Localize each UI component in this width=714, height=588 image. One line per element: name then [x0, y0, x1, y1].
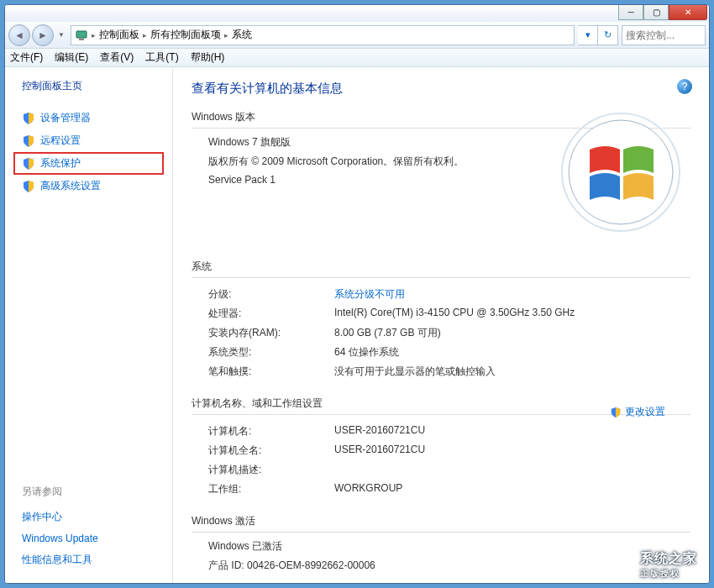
refresh-button[interactable]: ↻	[598, 25, 618, 45]
section-header: Windows 激活	[192, 514, 690, 533]
sidebar-item-device-manager[interactable]: 设备管理器	[13, 107, 164, 129]
menubar: 文件(F) 编辑(E) 查看(V) 工具(T) 帮助(H)	[5, 49, 709, 67]
rating-label: 分级:	[208, 287, 334, 302]
breadcrumb-item[interactable]: 所有控制面板项	[147, 28, 224, 42]
breadcrumb-item[interactable]: 控制面板	[96, 28, 143, 42]
cfullname-value: USER-20160721CU	[334, 444, 690, 458]
rating-value[interactable]: 系统分级不可用	[334, 287, 690, 302]
ram-value: 8.00 GB (7.87 GB 可用)	[334, 326, 690, 340]
shield-icon	[22, 112, 35, 125]
body: 控制面板主页 设备管理器 远程设置 系统保护 高级系统设置 另请参阅 操作中心 …	[5, 67, 709, 583]
product-id: 产品 ID: 00426-OEM-8992662-00006	[192, 559, 690, 573]
history-dropdown[interactable]: ▼	[55, 27, 67, 44]
activation-status: Windows 已激活	[192, 539, 690, 554]
menu-view[interactable]: 查看(V)	[100, 50, 134, 65]
seealso-action-center[interactable]: 操作中心	[13, 506, 164, 528]
cname-label: 计算机名:	[208, 424, 334, 438]
menu-edit[interactable]: 编辑(E)	[55, 50, 88, 65]
workgroup-value: WORKGROUP	[334, 482, 690, 496]
control-panel-home[interactable]: 控制面板主页	[13, 79, 164, 93]
watermark: 系统之家 正版授权	[640, 550, 697, 580]
section-activation: Windows 激活 Windows 已激活 产品 ID: 00426-OEM-…	[192, 514, 690, 573]
pentouch-value: 没有可用于此显示器的笔或触控输入	[334, 365, 690, 379]
menu-file[interactable]: 文件(F)	[10, 50, 43, 65]
systype-value: 64 位操作系统	[334, 345, 690, 360]
shield-icon	[22, 157, 35, 171]
processor-label: 处理器:	[208, 307, 334, 321]
seealso-header: 另请参阅	[13, 485, 164, 499]
minimize-button[interactable]: ─	[618, 5, 643, 20]
cname-value: USER-20160721CU	[334, 424, 690, 438]
maximize-button[interactable]: ▢	[643, 5, 669, 20]
sidebar-item-label: 系统保护	[40, 156, 81, 171]
ram-label: 安装内存(RAM):	[208, 326, 334, 340]
processor-value: Intel(R) Core(TM) i3-4150 CPU @ 3.50GHz …	[334, 307, 690, 321]
content: ? 查看有关计算机的基本信息 Windows 版本 Windows 7 旗舰版	[173, 67, 709, 583]
page-title: 查看有关计算机的基本信息	[192, 81, 690, 97]
pentouch-label: 笔和触摸:	[208, 365, 334, 379]
menu-tools[interactable]: 工具(T)	[145, 50, 178, 65]
back-button[interactable]: ◄	[8, 24, 30, 46]
close-button[interactable]: ✕	[669, 5, 707, 20]
shield-icon	[22, 180, 35, 193]
cfullname-label: 计算机全名:	[208, 444, 334, 458]
search-input[interactable]	[622, 25, 706, 45]
menu-help[interactable]: 帮助(H)	[191, 50, 225, 65]
window: ─ ▢ ✕ ◄ ► ▼ ▸ 控制面板 ▸ 所有控制面板项 ▸ 系统 ▾ ↻ 文件…	[4, 4, 710, 584]
cdesc-value	[334, 463, 690, 477]
sidebar-item-label: 高级系统设置	[40, 179, 101, 193]
section-computer-name: 计算机名称、域和工作组设置 更改设置 计算机名:USER-20160721CU …	[192, 396, 690, 499]
seealso-performance[interactable]: 性能信息和工具	[13, 549, 164, 571]
navbar: ◄ ► ▼ ▸ 控制面板 ▸ 所有控制面板项 ▸ 系统 ▾ ↻	[5, 22, 709, 49]
shield-icon	[610, 407, 622, 418]
sidebar-item-label: 设备管理器	[40, 111, 91, 125]
sidebar-item-label: 远程设置	[40, 134, 81, 148]
section-system: 系统 分级:系统分级不可用 处理器:Intel(R) Core(TM) i3-4…	[192, 260, 690, 381]
svg-rect-1	[79, 39, 84, 40]
help-icon[interactable]: ?	[677, 79, 692, 94]
dropdown-button[interactable]: ▾	[578, 25, 598, 45]
svg-point-3	[569, 120, 673, 224]
sidebar-item-remote[interactable]: 远程设置	[13, 129, 164, 152]
sidebar-item-advanced[interactable]: 高级系统设置	[13, 175, 164, 197]
windows-logo	[558, 109, 684, 235]
svg-rect-0	[76, 31, 87, 38]
section-header: 系统	[192, 260, 690, 278]
change-settings-link[interactable]: 更改设置	[610, 405, 665, 419]
system-icon	[75, 29, 88, 42]
forward-button[interactable]: ►	[32, 24, 54, 46]
sidebar-item-system-protection[interactable]: 系统保护	[13, 152, 164, 175]
sidebar: 控制面板主页 设备管理器 远程设置 系统保护 高级系统设置 另请参阅 操作中心 …	[5, 67, 173, 583]
breadcrumb-item[interactable]: 系统	[228, 28, 255, 42]
shield-icon	[22, 134, 35, 148]
titlebar: ─ ▢ ✕	[5, 5, 709, 22]
address-bar[interactable]: ▸ 控制面板 ▸ 所有控制面板项 ▸ 系统	[71, 25, 575, 45]
systype-label: 系统类型:	[208, 345, 334, 360]
workgroup-label: 工作组:	[208, 482, 334, 496]
cdesc-label: 计算机描述:	[208, 463, 334, 477]
seealso-windows-update[interactable]: Windows Update	[13, 528, 164, 549]
